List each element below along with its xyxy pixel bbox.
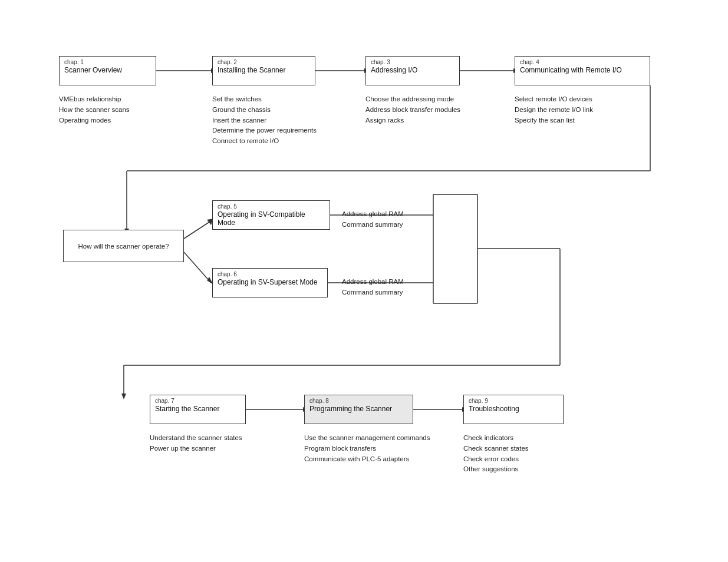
chap1-body-line1: VMEbus relationship [59, 94, 130, 105]
chap2-body-text: Set the switches Ground the chassis Inse… [212, 94, 317, 147]
chap8-label: chap. 8 [309, 398, 408, 404]
chap7-title: Starting the Scanner [155, 405, 241, 413]
chap6-body-line1: Address global RAM [342, 277, 404, 287]
chap8-title: Programming the Scanner [309, 405, 408, 413]
chap7-box: chap. 7 Starting the Scanner [150, 395, 246, 424]
chap6-title: Operating in SV-Superset Mode [218, 278, 322, 286]
chap3-box: chap. 3 Addressing I/O [365, 56, 460, 85]
chap5-label: chap. 5 [218, 203, 325, 210]
svg-line-12 [184, 252, 211, 283]
chap7-body-line2: Power up the scanner [150, 444, 242, 454]
chap1-body-line2: How the scanner scans [59, 105, 130, 115]
chap1-body-line3: Operating modes [59, 115, 130, 126]
chap2-box: chap. 2 Installing the Scanner [212, 56, 315, 85]
chap5-title: Operating in SV-Compatible Mode [218, 210, 325, 227]
chap8-body-line1: Use the scanner management commands [304, 433, 430, 444]
chap7-body-line1: Understand the scanner states [150, 433, 242, 444]
chap8-body-line3: Communicate with PLC-5 adapters [304, 454, 430, 465]
chap3-body-text: Choose the addressing mode Address block… [365, 94, 460, 125]
chap1-body-text: VMEbus relationship How the scanner scan… [59, 94, 130, 125]
chap5-body-text: Address global RAM Command summary [342, 209, 404, 230]
chap6-body-line2: Command summary [342, 287, 404, 298]
chap1-box: chap. 1 Scanner Overview [59, 56, 156, 85]
chap9-body-line2: Check scanner states [463, 444, 529, 454]
svg-marker-24 [121, 394, 126, 399]
chap2-title: Installing the Scanner [218, 66, 310, 74]
chap9-title: Troubleshooting [469, 405, 558, 413]
chap3-title: Addressing I/O [371, 66, 454, 74]
chap9-label: chap. 9 [469, 398, 558, 404]
chap5-body-line2: Command summary [342, 220, 404, 230]
chap9-body-line4: Other suggestions [463, 464, 529, 475]
chap7-label: chap. 7 [155, 398, 241, 404]
chap7-body-text: Understand the scanner states Power up t… [150, 433, 242, 454]
chap3-body-line2: Address block transfer modules [365, 105, 460, 115]
chap8-box: chap. 8 Programming the Scanner [304, 395, 413, 424]
chap9-box: chap. 9 Troubleshooting [463, 395, 564, 424]
decision-label: How will the scanner operate? [78, 243, 169, 250]
diagram: chap. 1 Scanner Overview chap. 2 Install… [0, 0, 728, 562]
chap3-label: chap. 3 [371, 59, 454, 65]
chap2-body-line4: Determine the power requirements [212, 125, 317, 136]
chap4-label: chap. 4 [520, 59, 645, 65]
chap4-body-line3: Specify the scan list [515, 115, 593, 126]
chap9-body-line1: Check indicators [463, 433, 529, 444]
chap4-box: chap. 4 Communicating with Remote I/O [515, 56, 650, 85]
svg-line-10 [184, 221, 211, 239]
chap1-title: Scanner Overview [64, 66, 151, 74]
chap4-body-line1: Select remote I/O devices [515, 94, 593, 105]
chap9-body-line3: Check error codes [463, 454, 529, 465]
chap3-body-line3: Assign racks [365, 115, 460, 126]
chap2-label: chap. 2 [218, 59, 310, 65]
chap2-body-line3: Insert the scanner [212, 115, 317, 126]
chap5-body-line1: Address global RAM [342, 209, 404, 220]
chap6-box: chap. 6 Operating in SV-Superset Mode [212, 268, 328, 297]
chap1-label: chap. 1 [64, 59, 151, 65]
chap9-body-text: Check indicators Check scanner states Ch… [463, 433, 529, 475]
chap3-body-line1: Choose the addressing mode [365, 94, 460, 105]
chap2-body-line1: Set the switches [212, 94, 317, 105]
chap8-body-text: Use the scanner management commands Prog… [304, 433, 430, 464]
chap8-body-line2: Program block transfers [304, 444, 430, 454]
chap4-body-text: Select remote I/O devices Design the rem… [515, 94, 593, 125]
decision-box: How will the scanner operate? [63, 230, 184, 262]
chap5-box: chap. 5 Operating in SV-Compatible Mode [212, 200, 330, 230]
chap4-title: Communicating with Remote I/O [520, 66, 645, 74]
chap6-body-text: Address global RAM Command summary [342, 277, 404, 298]
chap2-body-line5: Connect to remote I/O [212, 136, 317, 147]
chap2-body-line2: Ground the chassis [212, 105, 317, 115]
chap4-body-line2: Design the remote I/O link [515, 105, 593, 115]
chap6-label: chap. 6 [218, 271, 322, 277]
